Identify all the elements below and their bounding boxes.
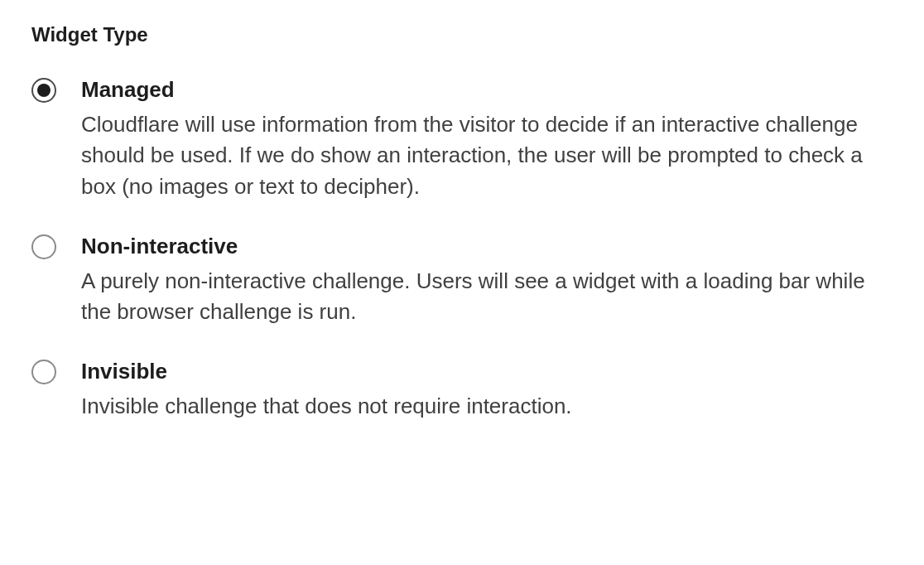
radio-non-interactive[interactable] [31,234,56,259]
option-description-non-interactive: A purely non-interactive challenge. User… [81,266,876,328]
radio-invisible[interactable] [31,360,56,384]
option-description-invisible: Invisible challenge that does not requir… [81,391,876,423]
option-description-managed: Cloudflare will use information from the… [81,109,876,203]
option-body: Invisible Invisible challenge that does … [81,358,876,422]
option-invisible[interactable]: Invisible Invisible challenge that does … [31,358,893,422]
option-label-non-interactive: Non-interactive [81,233,876,261]
option-body: Non-interactive A purely non-interactive… [81,233,876,328]
option-label-managed: Managed [81,76,876,104]
option-non-interactive[interactable]: Non-interactive A purely non-interactive… [31,233,893,328]
option-body: Managed Cloudflare will use information … [81,76,876,203]
option-managed[interactable]: Managed Cloudflare will use information … [31,76,893,203]
option-label-invisible: Invisible [81,358,876,386]
section-title: Widget Type [31,23,893,46]
radio-managed[interactable] [31,78,56,103]
